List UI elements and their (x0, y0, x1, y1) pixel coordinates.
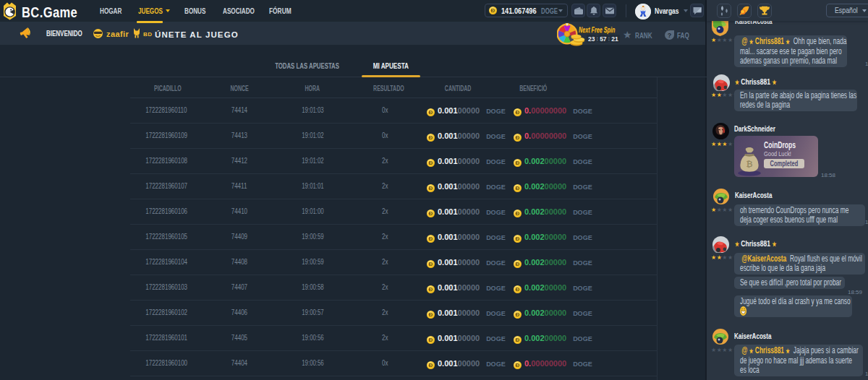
svg-text:₿: ₿ (746, 160, 752, 168)
svg-text:?: ? (668, 32, 672, 39)
